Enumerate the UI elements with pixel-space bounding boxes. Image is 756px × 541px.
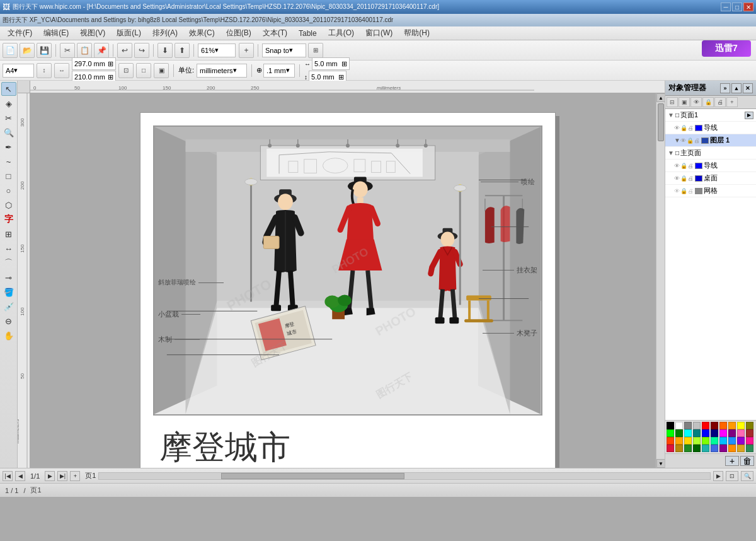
menu-item-w[interactable]: 窗口(W) [360, 26, 398, 40]
zoom-page-button[interactable]: 🔍 [741, 471, 753, 481]
menu-item-v[interactable]: 视图(V) [75, 26, 110, 40]
color-swatch[interactable] [693, 429, 701, 437]
h-scroll-thumb[interactable] [221, 473, 404, 479]
landscape-button[interactable]: ↔ [54, 63, 69, 78]
unit-dropdown[interactable]: millimeters ▾ [197, 64, 247, 78]
color-swatch[interactable] [711, 437, 718, 445]
color-swatch[interactable] [737, 422, 745, 429]
new-button[interactable]: 📄 [3, 43, 18, 58]
color-swatch[interactable] [675, 429, 683, 437]
delete-layer-button[interactable]: 🗑 [740, 456, 754, 466]
snap-icon[interactable]: ⊞ [308, 43, 323, 58]
polygon-tool[interactable]: ⬡ [1, 198, 16, 212]
color-swatch[interactable] [728, 445, 736, 452]
tree-item-master[interactable]: ▼ □ 主页面 [665, 147, 756, 160]
scroll-thumb[interactable] [658, 103, 664, 141]
open-button[interactable]: 📂 [20, 43, 35, 58]
tree-item-desktop[interactable]: 👁 🔒 🖨 桌面 [665, 172, 756, 185]
redo-button[interactable]: ↪ [134, 43, 149, 58]
color-swatch[interactable] [746, 429, 753, 437]
color-swatch[interactable] [702, 429, 709, 437]
hand-tool[interactable]: ✋ [1, 329, 16, 342]
menu-item-b[interactable]: 位图(B) [221, 26, 256, 40]
tree-item-layer1[interactable]: ▼ 👁 🔒 🖨 图层 1 [665, 134, 756, 147]
panel-tool-lock[interactable]: 🔒 [702, 97, 714, 107]
color-swatch[interactable] [667, 445, 674, 452]
color-swatch[interactable] [728, 429, 736, 437]
smart-tool[interactable]: ~ [1, 154, 16, 168]
menu-item-c[interactable]: 效果(C) [184, 26, 220, 40]
minimize-button[interactable]: ─ [721, 3, 731, 11]
tree-options-button[interactable]: ▶ [745, 112, 753, 119]
add-layer-button[interactable]: + [725, 456, 739, 466]
page-options-button[interactable]: ⊡ [118, 63, 134, 78]
curve-tool[interactable]: ✒ [1, 140, 16, 154]
doc-canvas[interactable]: 摩登 城市 [30, 93, 665, 468]
snap-dropdown[interactable]: Snap to ▾ [262, 44, 306, 57]
menu-item-f[interactable]: 文件(F) [3, 26, 37, 40]
scroll-down-button[interactable]: ▼ [656, 459, 665, 468]
tree-item-page1[interactable]: ▼ □ 页面1 ▶ [665, 109, 756, 122]
xunlei-logo[interactable]: 迅雷7 [702, 40, 751, 57]
panel-tool-add[interactable]: + [726, 97, 738, 107]
color-swatch[interactable] [746, 437, 753, 445]
precision-dropdown[interactable]: .1 mm ▾ [263, 64, 295, 78]
color-swatch[interactable] [719, 422, 727, 429]
paste-button[interactable]: 📌 [94, 43, 109, 58]
color-swatch[interactable] [702, 422, 709, 429]
bleed-button[interactable]: □ [136, 63, 151, 78]
tree-item-grid[interactable]: 👁 🔒 🖨 网格 [665, 185, 756, 197]
eyedropper-tool[interactable]: 💉 [1, 300, 16, 313]
tree-item-guide-master[interactable]: 👁 🔒 🖨 导线 [665, 160, 756, 172]
h-scrollbar[interactable] [98, 472, 711, 480]
color-swatch[interactable] [719, 437, 727, 445]
last-page-button[interactable]: ▶| [57, 471, 67, 481]
color-swatch[interactable] [728, 422, 736, 429]
portrait-button[interactable]: ↕ [37, 63, 52, 78]
blend-tool[interactable]: ⊸ [1, 270, 16, 284]
zoom-fit-button[interactable]: ⊡ [726, 471, 738, 481]
color-swatch[interactable] [693, 445, 701, 452]
connector-tool[interactable]: ⌒ [1, 256, 16, 270]
outline-tool[interactable]: ⊖ [1, 314, 16, 328]
color-swatch[interactable] [702, 445, 709, 452]
color-swatch[interactable] [675, 422, 683, 429]
color-swatch[interactable] [711, 445, 718, 452]
save-button[interactable]: 💾 [37, 43, 52, 58]
menu-item-t[interactable]: 文本(T) [258, 26, 292, 40]
color-swatch[interactable] [684, 445, 692, 452]
select-tool[interactable]: ↖ [1, 82, 16, 96]
color-swatch[interactable] [684, 422, 692, 429]
color-swatch[interactable] [737, 429, 745, 437]
gutter-h-input[interactable]: 5.0 mm ⊞ [312, 57, 350, 70]
vertical-scrollbar[interactable]: ▲ ▼ [656, 93, 665, 468]
undo-button[interactable]: ↩ [117, 43, 132, 58]
fill-tool[interactable]: 🪣 [1, 285, 16, 299]
color-swatch[interactable] [746, 422, 753, 429]
color-swatch[interactable] [675, 445, 683, 452]
scroll-up-button[interactable]: ▲ [656, 93, 665, 102]
scroll-right-button[interactable]: ▶ [713, 471, 723, 481]
zoom-dropdown[interactable]: 61% ▾ [198, 44, 236, 57]
panel-up-button[interactable]: ▲ [731, 83, 742, 93]
close-button[interactable]: ✕ [743, 3, 753, 11]
color-swatch[interactable] [667, 437, 674, 445]
menu-item-l[interactable]: 版面(L) [112, 26, 146, 40]
color-swatch[interactable] [719, 445, 727, 452]
add-page-button[interactable]: + [70, 471, 80, 481]
prev-page-button[interactable]: ◀ [15, 471, 25, 481]
tree-item-guide1[interactable]: 👁 🔒 🖨 导线 [665, 122, 756, 134]
first-page-button[interactable]: |◀ [3, 471, 13, 481]
color-swatch[interactable] [675, 437, 683, 445]
color-swatch[interactable] [728, 437, 736, 445]
color-swatch[interactable] [667, 422, 674, 429]
color-swatch[interactable] [711, 429, 718, 437]
zoom-in-button[interactable]: + [239, 43, 254, 58]
menu-item-o[interactable]: 工具(O) [323, 26, 359, 40]
color-swatch[interactable] [702, 437, 709, 445]
import-button[interactable]: ⬇ [158, 43, 173, 58]
panel-tool-objects[interactable]: ▣ [679, 97, 690, 107]
table-tool[interactable]: ⊞ [1, 227, 16, 241]
menu-item-h[interactable]: 帮助(H) [399, 26, 435, 40]
panel-tool-layers[interactable]: ⊟ [667, 97, 678, 107]
